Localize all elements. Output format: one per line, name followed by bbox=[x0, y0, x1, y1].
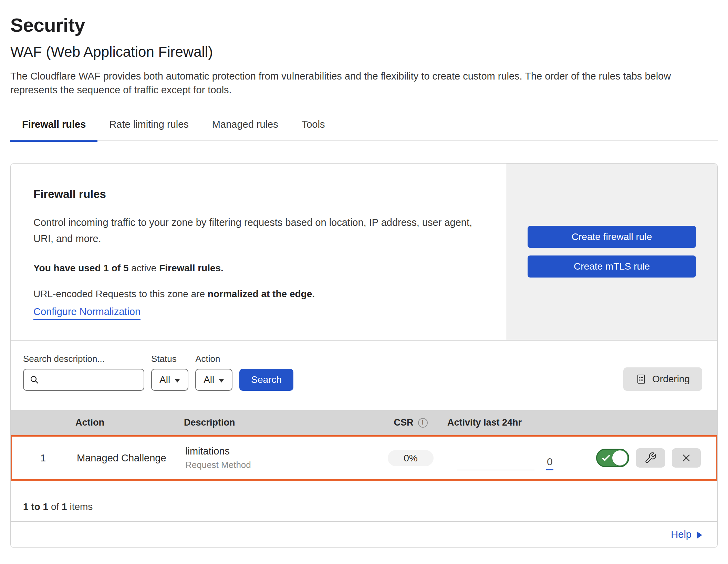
rule-index: 1 bbox=[40, 452, 46, 464]
check-icon bbox=[602, 453, 610, 461]
pagination-summary: 1 to 1 of 1 items bbox=[11, 481, 717, 521]
tab-managed-rules[interactable]: Managed rules bbox=[200, 115, 290, 140]
page-subtitle: WAF (Web Application Firewall) bbox=[10, 44, 718, 60]
search-button[interactable]: Search bbox=[239, 369, 293, 391]
triangle-right-icon bbox=[697, 531, 702, 539]
rule-action: Managed Challenge bbox=[74, 452, 183, 464]
status-select[interactable]: All bbox=[151, 369, 188, 391]
rule-csr-cell: 0% bbox=[388, 452, 433, 464]
search-box bbox=[23, 369, 144, 391]
ordering-button[interactable]: Ordering bbox=[623, 367, 702, 391]
action-label: Action bbox=[195, 354, 232, 364]
activity-count-link[interactable]: 0 bbox=[546, 457, 553, 470]
table-row: 1 Managed Challenge limitations Request … bbox=[11, 435, 717, 481]
normalization-text: URL-encoded Requests to this zone are bbox=[33, 289, 208, 299]
create-firewall-rule-button[interactable]: Create firewall rule bbox=[528, 226, 696, 248]
configure-normalization-link[interactable]: Configure Normalization bbox=[33, 306, 141, 320]
normalization-bold: normalized at the edge. bbox=[208, 289, 315, 299]
search-group: Search description... bbox=[23, 354, 144, 391]
status-select-value: All bbox=[159, 374, 170, 385]
activity-sparkline bbox=[457, 470, 534, 470]
of-word: of bbox=[48, 501, 62, 512]
th-csr-label: CSR bbox=[394, 417, 413, 428]
th-activity: Activity last 24hr bbox=[445, 417, 560, 428]
action-filter-group: Action All bbox=[195, 354, 232, 391]
wrench-icon bbox=[644, 452, 657, 464]
rules-tab-bar: Firewall rules Rate limiting rules Manag… bbox=[10, 115, 718, 141]
items-word: items bbox=[67, 501, 93, 512]
th-description: Description bbox=[181, 417, 374, 428]
usage-middle: active bbox=[128, 263, 159, 273]
rule-activity-cell: 0 bbox=[446, 437, 561, 479]
search-label: Search description... bbox=[23, 354, 144, 364]
tab-firewall-rules[interactable]: Firewall rules bbox=[10, 115, 97, 140]
rule-description-cell: limitations Request Method bbox=[183, 446, 375, 470]
edit-rule-button[interactable] bbox=[636, 448, 665, 468]
search-input[interactable] bbox=[43, 375, 138, 385]
panel-heading: Firewall rules bbox=[33, 188, 482, 201]
ordering-button-label: Ordering bbox=[652, 374, 690, 385]
firewall-rules-intro-section: Firewall rules Control incoming traffic … bbox=[11, 164, 717, 341]
firewall-rules-card: Firewall rules Control incoming traffic … bbox=[10, 163, 718, 548]
normalization-note: URL-encoded Requests to this zone are no… bbox=[33, 287, 482, 301]
chevron-down-icon bbox=[219, 379, 224, 383]
ordered-list-icon bbox=[636, 374, 647, 385]
action-select[interactable]: All bbox=[195, 369, 232, 391]
toggle-knob bbox=[612, 450, 627, 466]
th-csr: CSR i bbox=[391, 417, 427, 428]
usage-summary: You have used 1 of 5 active Firewall rul… bbox=[33, 263, 482, 274]
rule-controls bbox=[561, 448, 716, 468]
filter-bar: Search description... Status All Action … bbox=[11, 341, 717, 410]
status-filter-group: Status All bbox=[151, 354, 188, 391]
delete-rule-button[interactable] bbox=[672, 448, 701, 468]
search-icon bbox=[29, 375, 40, 385]
csr-badge: 0% bbox=[388, 450, 433, 466]
table-header: Action Description CSR i Activity last 2… bbox=[11, 410, 717, 435]
create-mtls-rule-button[interactable]: Create mTLS rule bbox=[528, 255, 696, 278]
usage-bold-suffix: Firewall rules. bbox=[159, 263, 223, 273]
firewall-rules-intro: Firewall rules Control incoming traffic … bbox=[11, 164, 506, 340]
help-link-label: Help bbox=[671, 529, 691, 540]
rule-description: limitations bbox=[185, 446, 375, 457]
usage-bold-prefix: You have used 1 of 5 bbox=[33, 263, 128, 273]
total-count: 1 bbox=[62, 501, 67, 512]
chevron-down-icon bbox=[175, 379, 180, 383]
panel-description: Control incoming traffic to your zone by… bbox=[33, 215, 482, 247]
info-icon[interactable]: i bbox=[418, 418, 428, 428]
rule-enabled-toggle[interactable] bbox=[596, 449, 629, 467]
x-icon bbox=[680, 452, 692, 464]
tab-tools[interactable]: Tools bbox=[290, 115, 337, 140]
th-action: Action bbox=[73, 417, 181, 428]
status-label: Status bbox=[151, 354, 188, 364]
page-description: The Cloudflare WAF provides both automat… bbox=[10, 69, 682, 97]
rule-description-sub: Request Method bbox=[185, 460, 375, 470]
tab-rate-limiting-rules[interactable]: Rate limiting rules bbox=[97, 115, 200, 140]
page-title: Security bbox=[10, 14, 718, 36]
help-link[interactable]: Help bbox=[671, 529, 702, 540]
create-rule-panel: Create firewall rule Create mTLS rule bbox=[506, 164, 717, 340]
range-text: 1 to 1 bbox=[23, 501, 48, 512]
help-row: Help bbox=[11, 521, 717, 547]
action-select-value: All bbox=[204, 374, 214, 385]
